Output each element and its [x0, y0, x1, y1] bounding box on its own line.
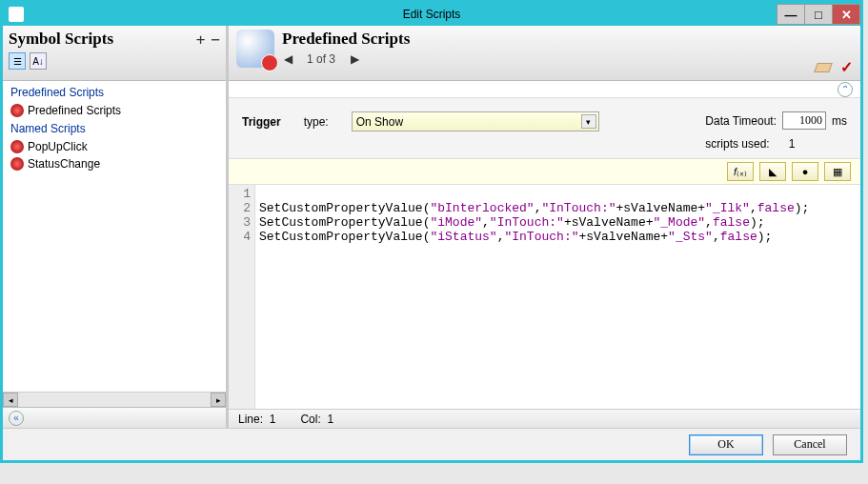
trigger-type-combo[interactable]: On Show ▾	[352, 111, 599, 131]
dialog-footer: OK Cancel	[3, 428, 860, 460]
view-list-icon[interactable]: ☰	[9, 52, 26, 70]
scroll-left-icon[interactable]: ◂	[3, 393, 18, 407]
insert-function-button[interactable]: f₍ₓ₎	[727, 162, 754, 181]
tree-heading-named: Named Scripts	[3, 119, 226, 138]
collapse-details-icon[interactable]: ⌃	[838, 82, 853, 97]
predefined-scripts-icon	[236, 30, 274, 68]
grid-button[interactable]: ▦	[824, 162, 851, 181]
main-title: Predefined Scripts	[282, 30, 410, 49]
tree-heading-predefined: Predefined Scripts	[3, 83, 226, 102]
trigger-panel: Trigger type: On Show ▾ Data Timeout: ms	[229, 98, 860, 158]
editor-toolbar: f₍ₓ₎ ◣ ● ▦	[229, 158, 860, 185]
sidebar-title: Symbol Scripts	[9, 30, 191, 49]
script-icon	[10, 140, 24, 153]
add-script-button[interactable]: +	[196, 30, 206, 49]
nav-next-button[interactable]: ▶	[349, 52, 360, 66]
browse-button[interactable]: ●	[792, 162, 818, 181]
nav-position-label: 1 of 3	[307, 52, 335, 66]
close-button[interactable]: ✕	[832, 4, 860, 25]
sort-az-icon[interactable]: A↓	[30, 52, 47, 70]
scripts-used-value: 1	[789, 137, 796, 151]
data-timeout-input[interactable]	[782, 111, 826, 130]
editor-status-bar: Line: 1 Col: 1	[229, 409, 860, 428]
main-panel: Predefined Scripts ◀ 1 of 3 ▶ ✓ ⌃	[229, 26, 860, 428]
script-tree: Predefined Scripts Predefined Scripts Na…	[3, 81, 226, 392]
code-area[interactable]: SetCustomPropertyValue("bInterlocked","I…	[255, 185, 860, 409]
script-editor[interactable]: 1234 SetCustomPropertyValue("bInterlocke…	[229, 185, 860, 409]
tree-item-popupclick[interactable]: PopUpClick	[3, 138, 226, 155]
data-timeout-label: Data Timeout:	[705, 114, 777, 128]
minimize-button[interactable]: —	[777, 4, 805, 25]
tree-item-label: StatusChange	[28, 157, 100, 171]
window-title: Edit Scripts	[403, 8, 461, 21]
validate-script-icon[interactable]: ✓	[840, 58, 853, 76]
edit-scripts-window: Edit Scripts — □ ✕ Symbol Scripts + − ☰ …	[0, 0, 863, 463]
sidebar: Symbol Scripts + − ☰ A↓ Predefined Scrip…	[3, 26, 229, 428]
tree-item-label: PopUpClick	[28, 140, 88, 153]
nav-prev-button[interactable]: ◀	[282, 52, 293, 66]
sidebar-h-scrollbar[interactable]: ◂ ▸	[3, 392, 226, 407]
titlebar: Edit Scripts — □ ✕	[3, 3, 860, 26]
tree-item-predefined-scripts[interactable]: Predefined Scripts	[3, 102, 226, 119]
collapse-sidebar-icon[interactable]: «	[9, 411, 24, 426]
cancel-button[interactable]: Cancel	[773, 434, 847, 455]
app-icon	[9, 7, 24, 22]
sidebar-header: Symbol Scripts + − ☰ A↓	[3, 26, 226, 81]
type-label: type:	[304, 115, 329, 129]
scroll-right-icon[interactable]: ▸	[211, 393, 226, 407]
scripts-used-label: scripts used:	[705, 137, 769, 151]
chevron-down-icon[interactable]: ▾	[581, 114, 596, 129]
sidebar-collapse-bar: «	[3, 407, 226, 428]
ok-button[interactable]: OK	[689, 434, 763, 455]
status-col-label: Col:	[300, 413, 320, 426]
status-col-value: 1	[327, 413, 333, 426]
trigger-type-value: On Show	[356, 115, 403, 129]
remove-script-button[interactable]: −	[211, 30, 220, 49]
tree-item-label: Predefined Scripts	[28, 104, 121, 117]
maximize-button[interactable]: □	[804, 4, 833, 25]
status-line-value: 1	[270, 413, 276, 426]
main-header: Predefined Scripts ◀ 1 of 3 ▶ ✓	[229, 26, 860, 81]
script-icon	[10, 104, 24, 117]
tree-item-statuschange[interactable]: StatusChange	[3, 155, 226, 172]
insert-tag-button[interactable]: ◣	[759, 162, 786, 181]
data-timeout-unit: ms	[832, 114, 847, 128]
trigger-label: Trigger	[242, 115, 281, 129]
script-icon	[10, 157, 24, 171]
line-gutter: 1234	[229, 185, 255, 409]
status-line-label: Line:	[238, 413, 263, 426]
clear-script-icon[interactable]	[814, 63, 833, 72]
